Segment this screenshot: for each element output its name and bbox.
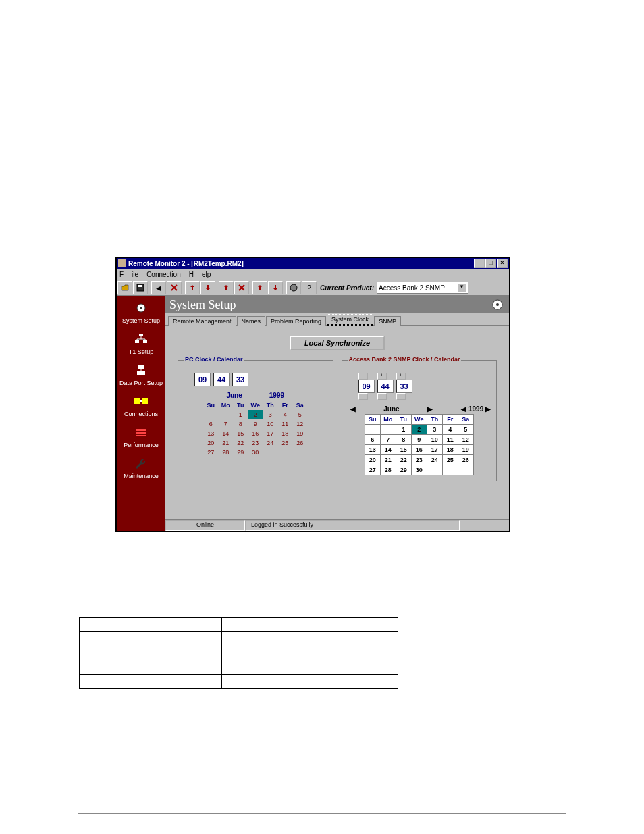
pc-month: June (226, 392, 242, 399)
tabstrip: Remote Management Names Problem Reportin… (165, 313, 509, 326)
tab-content: Local Synchronize PC Clock / Calendar 09… (165, 326, 509, 519)
close-button[interactable]: × (497, 259, 508, 268)
page-title: System Setup (169, 298, 236, 312)
tab-remote-management[interactable]: Remote Management (168, 316, 236, 326)
tab-problem-reporting[interactable]: Problem Reporting (266, 316, 326, 326)
pc-sec: 33 (232, 373, 248, 386)
save-icon[interactable] (133, 281, 148, 294)
local-synchronize-button[interactable]: Local Synchronize (290, 336, 385, 350)
download-icon[interactable] (200, 281, 215, 294)
gear-icon (132, 300, 151, 316)
ab-min[interactable]: 44 (377, 380, 394, 393)
help-icon[interactable]: ? (302, 281, 317, 294)
ab-month: June (383, 405, 399, 413)
disconnect-icon[interactable] (167, 281, 182, 294)
svg-rect-5 (139, 334, 143, 336)
svg-rect-13 (136, 432, 146, 434)
chevron-down-icon[interactable]: ▼ (457, 283, 466, 292)
hour-up[interactable]: + (358, 373, 368, 380)
status-message: Logged in Successfully (245, 520, 460, 531)
svg-point-2 (290, 284, 297, 291)
svg-rect-10 (134, 398, 140, 404)
menubar: File Connection Help (117, 269, 509, 280)
sec-up[interactable]: + (396, 373, 406, 380)
titlebar: Remote Monitor 2 - [RM2Temp.RM2] _ □ × (117, 258, 509, 269)
maximize-button[interactable]: □ (485, 259, 496, 268)
link-up-icon[interactable] (219, 281, 234, 294)
ab-sec[interactable]: 33 (396, 380, 412, 393)
hour-down[interactable]: - (358, 393, 368, 400)
pc-clock-group: PC Clock / Calendar 09 44 33 June 1999 S… (178, 360, 333, 481)
ab-hour[interactable]: 09 (358, 380, 375, 393)
min-up[interactable]: + (377, 373, 387, 380)
ab-year-nav[interactable]: ◀ 1999 ▶ (461, 405, 491, 413)
sync-down-icon[interactable] (268, 281, 283, 294)
sidebar-item-data-port[interactable]: Data Port Setup (119, 361, 163, 386)
status-online: Online (165, 520, 245, 531)
sidebar-item-maintenance[interactable]: Maintenance (124, 454, 159, 479)
sec-down[interactable]: - (396, 393, 406, 400)
tab-names[interactable]: Names (237, 316, 266, 326)
network-icon (132, 331, 151, 347)
pc-year: 1999 (269, 392, 284, 399)
connection-icon (132, 393, 151, 409)
sidebar-item-performance[interactable]: Performance (124, 423, 159, 448)
svg-rect-11 (142, 398, 148, 404)
link-stop-icon[interactable] (234, 281, 249, 294)
svg-rect-8 (138, 365, 144, 369)
tab-snmp[interactable]: SNMP (374, 316, 401, 326)
svg-point-4 (140, 307, 142, 309)
window-title: Remote Monitor 2 - [RM2Temp.RM2] (128, 260, 473, 267)
pc-min: 44 (213, 373, 230, 386)
svg-rect-1 (138, 285, 142, 287)
menu-file[interactable]: File (119, 271, 138, 278)
sidebar-item-t1-setup[interactable]: T1 Setup (129, 330, 154, 355)
toolbar: ◀ ? Current Product: Access Bank 2 SNMP … (117, 280, 509, 296)
open-icon[interactable] (117, 281, 132, 294)
gear-icon (490, 298, 505, 311)
sidebar-item-system-setup[interactable]: System Setup (122, 298, 160, 324)
min-down[interactable]: - (377, 393, 387, 400)
month-prev-button[interactable]: ◀ (348, 405, 358, 413)
month-next-button[interactable]: ▶ (425, 405, 435, 413)
svg-rect-6 (135, 340, 139, 343)
tab-system-clock[interactable]: System Clock (327, 314, 373, 326)
ab-clock-group: Access Bank 2 SNMP Clock / Calendar +09-… (342, 360, 498, 481)
pc-calendar: SuMoTuWeThFrSa 1234567891011121314151617… (203, 400, 307, 457)
minimize-button[interactable]: _ (474, 259, 485, 268)
sidebar-item-connections[interactable]: Connections (124, 392, 158, 417)
app-window: Remote Monitor 2 - [RM2Temp.RM2] _ □ × F… (115, 257, 510, 532)
bars-icon (132, 424, 151, 440)
app-icon (118, 259, 126, 267)
info-icon[interactable] (286, 281, 301, 294)
nav-back-icon[interactable]: ◀ (151, 281, 166, 294)
svg-rect-14 (136, 435, 146, 436)
status-bar: Online Logged in Successfully (165, 519, 509, 531)
port-icon (132, 362, 151, 378)
sidebar: System Setup T1 Setup Data Port Setup Co… (117, 296, 165, 531)
svg-rect-12 (136, 429, 146, 431)
sync-up-icon[interactable] (252, 281, 267, 294)
ab-calendar[interactable]: SuMoTuWeThFrSa 1234567891011121314151617… (365, 414, 474, 475)
svg-point-16 (496, 303, 499, 306)
svg-rect-7 (143, 340, 147, 343)
pc-hour: 09 (194, 373, 211, 386)
current-product-select[interactable]: Access Bank 2 SNMP ▼ (377, 282, 468, 294)
svg-rect-9 (137, 371, 145, 375)
defaults-table (79, 617, 398, 689)
upload-icon[interactable] (185, 281, 200, 294)
menu-help[interactable]: Help (189, 271, 211, 278)
page-title-bar: System Setup (165, 296, 509, 313)
menu-connection[interactable]: Connection (146, 271, 181, 278)
current-product-label: Current Product: (320, 284, 374, 292)
wrench-icon (132, 455, 151, 471)
main-panel: System Setup Remote Management Names Pro… (165, 296, 509, 531)
